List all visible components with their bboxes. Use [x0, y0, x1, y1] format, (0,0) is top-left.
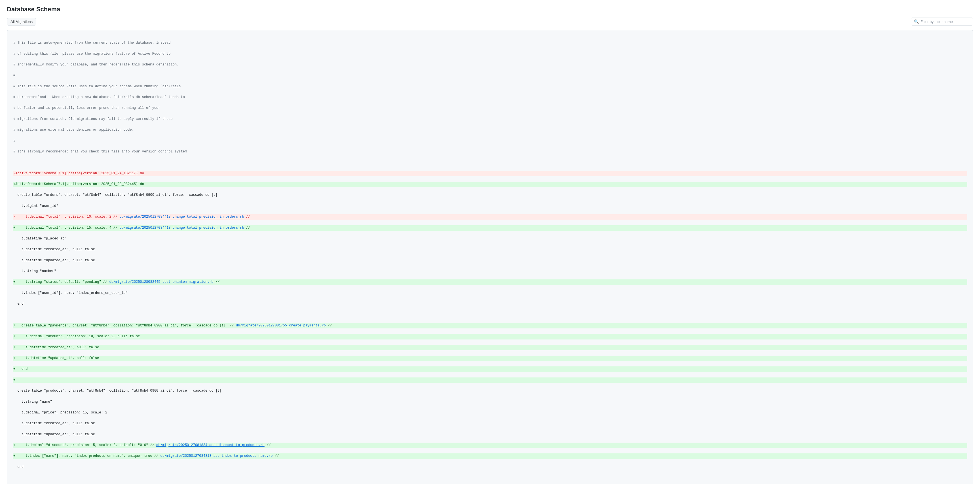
payments-end-line: + end	[13, 367, 967, 372]
comment-line-3: # incrementally modify your database, an…	[13, 62, 967, 67]
orders-decimal-old-link[interactable]: db/migrate/20250127084418_change_total_p…	[119, 215, 244, 219]
orders-datetime-updated-line: t.datetime "updated_at", null: false	[13, 258, 967, 263]
products-decimal-price-line: t.decimal "price", precision: 15, scale:…	[13, 410, 967, 416]
orders-bigint-line: t.bigint "user_id"	[13, 203, 967, 209]
schema-old-line: -ActiveRecord::Schema[7.1].define(versio…	[13, 171, 967, 176]
comment-line-8: # migrations from scratch. Old migration…	[13, 116, 967, 122]
payments-created-line: + t.datetime "created_at", null: false	[13, 345, 967, 350]
products-index-line: + t.index ["name"], name: "index_product…	[13, 454, 967, 459]
comment-line-7: # be faster and is potentially less erro…	[13, 105, 967, 111]
orders-string-status-line: + t.string "status", default: "pending" …	[13, 279, 967, 285]
comment-line-9: # migrations use external dependencies o…	[13, 127, 967, 133]
products-create-line: create_table "products", charset: "utf8m…	[13, 388, 967, 394]
orders-index-line: t.index ["user_id"], name: "index_orders…	[13, 290, 967, 296]
orders-string-number-line: t.string "number"	[13, 269, 967, 274]
payments-create-link[interactable]: db/migrate/20250127081755_create_payment…	[236, 324, 326, 328]
comment-line-6: # db:schema:load`. When creating a new d…	[13, 95, 967, 100]
orders-create-line: create_table "orders", charset: "utf8mb4…	[13, 192, 967, 198]
comment-line-2: # of editing this file, please use the m…	[13, 51, 967, 57]
orders-datetime-placed-line: t.datetime "placed_at"	[13, 236, 967, 241]
products-discount-line: + t.decimal "discount", precision: 5, sc…	[13, 443, 967, 448]
payments-updated-line: + t.datetime "updated_at", null: false	[13, 355, 967, 361]
orders-decimal-old-line: - t.decimal "total", precision: 10, scal…	[13, 214, 967, 220]
search-icon: 🔍	[914, 19, 919, 24]
search-container: 🔍	[911, 17, 973, 25]
products-index-link[interactable]: db/migrate/20250127084313_add_index_to_p…	[160, 454, 272, 458]
products-discount-link[interactable]: db/migrate/20250127081834_add_discount_t…	[156, 443, 264, 447]
payments-decimal-line: + t.decimal "amount", precision: 10, sca…	[13, 334, 967, 339]
orders-status-link[interactable]: db/migrate/20250128082445_test_phantom_m…	[109, 280, 213, 284]
orders-datetime-created-line: t.datetime "created_at", null: false	[13, 247, 967, 252]
orders-decimal-new-line: + t.decimal "total", precision: 15, scal…	[13, 225, 967, 231]
products-updated-line: t.datetime "updated_at", null: false	[13, 432, 967, 437]
blank2-line: +	[13, 378, 967, 383]
all-migrations-button[interactable]: All Migrations	[7, 18, 36, 25]
payments-create-line: + create_table "payments", charset: "utf…	[13, 323, 967, 328]
blank-after-orders	[13, 312, 967, 317]
schema-code-block: # This file is auto-generated from the c…	[7, 30, 973, 484]
search-input[interactable]	[920, 19, 970, 24]
toolbar: All Migrations 🔍	[7, 17, 973, 25]
blank-after-comments	[13, 160, 967, 165]
comment-line-4: #	[13, 73, 967, 78]
products-created-line: t.datetime "created_at", null: false	[13, 421, 967, 426]
products-string-name-line: t.string "name"	[13, 399, 967, 405]
orders-decimal-new-link[interactable]: db/migrate/20250127084418_change_total_p…	[119, 226, 244, 230]
comment-line-1: # This file is auto-generated from the c…	[13, 40, 967, 46]
comment-line-11: # It's strongly recommended that you che…	[13, 149, 967, 154]
comment-line-10: #	[13, 138, 967, 144]
page-title: Database Schema	[7, 6, 973, 13]
products-end-line: end	[13, 465, 967, 470]
orders-end-line: end	[13, 301, 967, 306]
comment-line-5: # This file is the source Rails uses to …	[13, 84, 967, 89]
schema-new-line: +ActiveRecord::Schema[7.1].define(versio…	[13, 182, 967, 187]
